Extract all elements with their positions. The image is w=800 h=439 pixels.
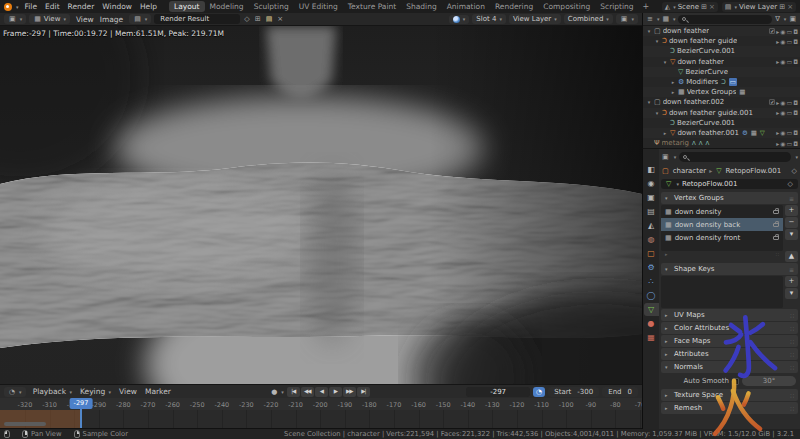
hide-eye-icon[interactable]: ◉ bbox=[780, 109, 785, 116]
jump-to-end-button[interactable]: ▶| bbox=[357, 387, 370, 397]
unlink-scene-icon[interactable]: × bbox=[709, 3, 715, 11]
panel-header-face-maps[interactable]: ▸Face Maps∷ bbox=[661, 335, 798, 347]
current-frame-field[interactable]: -297 bbox=[466, 387, 530, 397]
outliner-options-icon[interactable]: ▣ bbox=[788, 15, 797, 23]
vgroup-icon[interactable]: ▦ bbox=[751, 129, 757, 137]
panel-header-attributes[interactable]: ▸Attributes∷ bbox=[661, 348, 798, 360]
collection-checkbox[interactable]: ✓ bbox=[769, 28, 775, 34]
render-disable-icon[interactable]: ◘ bbox=[793, 38, 798, 45]
outliner-row-beziercurve-001[interactable]: ƆBezierCurve.001 bbox=[643, 46, 800, 56]
filter-funnel-icon[interactable]: ∇ bbox=[774, 15, 781, 23]
timeline-editor-type-button[interactable]: ◔▾ bbox=[4, 387, 26, 397]
panel-header-uv-maps[interactable]: ▸UV Maps∷ bbox=[661, 309, 798, 321]
select-toggle-icon[interactable]: ▸ bbox=[776, 129, 779, 136]
viewport-disable-icon[interactable]: ▭ bbox=[787, 129, 793, 136]
workspace-tab-scripting[interactable]: Scripting bbox=[595, 1, 638, 12]
expand-toggle-icon[interactable]: ▸ bbox=[662, 130, 668, 136]
slot-dropdown[interactable]: Slot 4▾ bbox=[472, 14, 506, 24]
viewport-disable-icon[interactable]: ▭ bbox=[787, 58, 793, 65]
data-green-icon[interactable]: ▽ bbox=[760, 129, 765, 137]
select-toggle-icon[interactable]: ▸ bbox=[776, 109, 779, 116]
workspace-tab-animation[interactable]: Animation bbox=[442, 1, 490, 12]
preview-range-toggle[interactable]: ◔ bbox=[533, 387, 545, 397]
properties-tab-texture[interactable]: ▦ bbox=[644, 331, 659, 344]
vertex-group-row-down-density-back[interactable]: ▦down density back bbox=[661, 218, 783, 231]
fake-user-shield-icon[interactable]: ◇ bbox=[243, 15, 250, 23]
select-toggle-icon[interactable]: ▸ bbox=[776, 58, 779, 65]
lock-icon[interactable] bbox=[773, 236, 779, 240]
properties-tab-object[interactable]: ▢ bbox=[644, 247, 659, 260]
next-keyframe-button[interactable]: ▶▶ bbox=[343, 387, 356, 397]
menu-help[interactable]: Help bbox=[136, 2, 161, 11]
remove-view-layer-icon[interactable]: × bbox=[787, 3, 793, 11]
expand-toggle-icon[interactable]: ▾ bbox=[662, 59, 668, 65]
auto-keyframe-record-button[interactable]: ● bbox=[271, 388, 277, 396]
shape-key-specials-button[interactable]: ▾ bbox=[785, 288, 798, 299]
menu-window[interactable]: Window bbox=[98, 2, 136, 11]
properties-search-input[interactable] bbox=[679, 152, 791, 162]
outliner-row-vertex-groups[interactable]: ▸▦Vertex Groups▦ bbox=[643, 87, 800, 97]
workspace-tab-texture-paint[interactable]: Texture Paint bbox=[343, 1, 401, 12]
viewport-disable-icon[interactable]: ▭ bbox=[787, 28, 793, 35]
menu-file[interactable]: File bbox=[21, 2, 42, 11]
display-channels-dropdown[interactable]: ▾ bbox=[449, 15, 470, 24]
move-vertex-group-up-button[interactable]: ▲ bbox=[785, 251, 798, 262]
panel-menu-icon[interactable]: ≡ bbox=[789, 266, 794, 273]
hide-eye-icon[interactable]: ◉ bbox=[780, 99, 785, 106]
render-disable-icon[interactable]: ◘ bbox=[793, 140, 798, 147]
timeline-menu-playback[interactable]: Playback ▾ bbox=[29, 387, 76, 396]
normals-panel-header[interactable]: ▾ Normals ∷ bbox=[661, 361, 798, 373]
hide-eye-icon[interactable]: ◉ bbox=[780, 38, 785, 45]
panel-header-remesh[interactable]: ▸Remesh∷ bbox=[661, 402, 798, 414]
outliner-row-down-feather[interactable]: ▾▢down feather✓▸◉▭◘ bbox=[643, 26, 800, 36]
browse-image-button[interactable]: ▤▾ bbox=[129, 14, 151, 24]
timeline-track-area[interactable]: -320-310-300-290-280-270-260-250-240-230… bbox=[0, 398, 642, 429]
render-disable-icon[interactable]: ◘ bbox=[793, 129, 798, 136]
image-pin-button[interactable]: ▣▾ bbox=[616, 14, 638, 24]
workspace-tab-compositing[interactable]: Compositing bbox=[538, 1, 595, 12]
pin-icon[interactable]: ◇ bbox=[791, 167, 798, 175]
select-toggle-icon[interactable]: ▸ bbox=[776, 28, 779, 35]
expand-toggle-icon[interactable]: ▾ bbox=[654, 38, 660, 44]
render-disable-icon[interactable]: ◘ bbox=[793, 28, 798, 35]
breadcrumb-data[interactable]: RetopoFlow.001 bbox=[726, 167, 782, 175]
data-name-field[interactable]: ▽▾ RetopoFlow.001 ◇ bbox=[661, 179, 798, 189]
previous-keyframe-button[interactable]: ◀◀ bbox=[301, 387, 314, 397]
outliner-row-beziercurve-001[interactable]: ƆBezierCurve.001 bbox=[643, 118, 800, 128]
expand-toggle-icon[interactable]: ▾ bbox=[646, 28, 652, 34]
jump-to-start-button[interactable]: |◀ bbox=[287, 387, 300, 397]
vgroup-icon[interactable]: ▦ bbox=[739, 88, 745, 96]
add-shape-key-button[interactable]: + bbox=[785, 276, 798, 287]
viewport-disable-icon[interactable]: ▭ bbox=[787, 140, 793, 147]
timeline-menu-keying[interactable]: Keying ▾ bbox=[76, 387, 115, 396]
properties-options-icon[interactable]: ▾ bbox=[795, 154, 798, 160]
render-disable-icon[interactable]: ◘ bbox=[793, 58, 798, 65]
outliner-row-down-feather[interactable]: ▾▽down feather▸◉▭◘ bbox=[643, 57, 800, 67]
workspace-tab-modeling[interactable]: Modeling bbox=[205, 1, 249, 12]
timeline-scrollbar[interactable] bbox=[4, 422, 46, 426]
properties-tab-scene[interactable]: ◭ bbox=[644, 219, 659, 232]
select-toggle-icon[interactable]: ▸ bbox=[776, 38, 779, 45]
outliner-row-down-feather-guide[interactable]: ▾Ɔdown feather guide▸◉▭◘ bbox=[643, 36, 800, 46]
playhead-marker[interactable]: -297 bbox=[70, 398, 93, 409]
layer-dropdown[interactable]: View Layer▾ bbox=[509, 14, 561, 24]
lock-icon[interactable] bbox=[773, 223, 779, 227]
viewport-disable-icon[interactable]: ▭ bbox=[787, 38, 793, 45]
viewport-disable-icon[interactable]: ▭ bbox=[787, 99, 793, 106]
list-resize-grip[interactable]: ▸∷ bbox=[661, 251, 783, 257]
properties-tab-world[interactable]: ◍ bbox=[644, 233, 659, 246]
properties-tab-render[interactable]: ◉ bbox=[644, 177, 659, 190]
menu-edit[interactable]: Edit bbox=[41, 2, 64, 11]
modifier-icon[interactable]: ⚙ bbox=[742, 129, 748, 137]
render-disable-icon[interactable]: ◘ bbox=[793, 109, 798, 116]
outliner-row-metarig[interactable]: ΨmetarigΛΛΛ▸◉▭◘ bbox=[643, 138, 800, 148]
workspace-tab-shading[interactable]: Shading bbox=[401, 1, 441, 12]
unlink-image-icon[interactable]: × bbox=[276, 15, 284, 23]
render-disable-icon[interactable]: ◘ bbox=[793, 99, 798, 106]
new-view-layer-icon[interactable]: ⊞ bbox=[779, 3, 785, 11]
timeline-menu-marker[interactable]: Marker bbox=[141, 387, 175, 396]
select-toggle-icon[interactable]: ▸ bbox=[776, 140, 779, 147]
hide-eye-icon[interactable]: ◉ bbox=[780, 140, 785, 147]
vertex-group-row-down-density-front[interactable]: ▦down density front bbox=[661, 231, 783, 244]
properties-tab-object-data[interactable]: ▽ bbox=[644, 303, 659, 316]
